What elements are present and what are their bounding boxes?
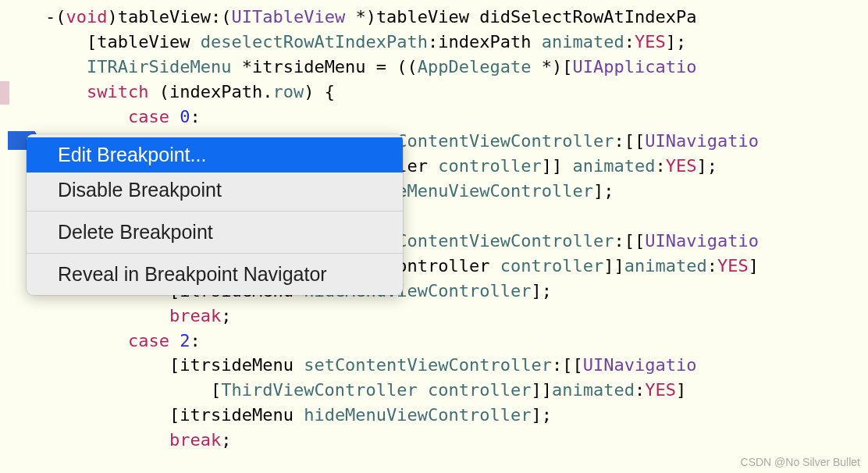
code-line: ITRAirSideMenu *itrsideMenu = ((AppDeleg… xyxy=(45,57,696,76)
code-line: break; xyxy=(45,430,231,450)
menu-reveal-breakpoint[interactable]: Reveal in Breakpoint Navigator xyxy=(27,257,403,292)
code-line: [ThirdViewController controller]]animate… xyxy=(45,380,686,400)
code-line: break; xyxy=(45,306,231,325)
menu-disable-breakpoint[interactable]: Disable Breakpoint xyxy=(27,172,403,208)
menu-separator xyxy=(27,253,403,254)
code-line: case 2: xyxy=(45,331,201,350)
menu-separator xyxy=(27,211,403,212)
code-line: case 0: xyxy=(45,107,201,126)
menu-delete-breakpoint[interactable]: Delete Breakpoint xyxy=(27,215,403,250)
code-line: -(void)tableView:(UITableView *)tableVie… xyxy=(45,7,696,27)
code-line: [itrsideMenu setContentViewController:[[… xyxy=(45,355,696,375)
code-line: [tableView deselectRowAtIndexPath:indexP… xyxy=(45,32,686,52)
code-line: [itrsideMenu hideMenuViewController]; xyxy=(45,405,552,425)
watermark: CSDN @No Silver Bullet xyxy=(741,456,860,468)
menu-edit-breakpoint[interactable]: Edit Breakpoint... xyxy=(27,137,403,172)
code-line: switch (indexPath.row) { xyxy=(45,82,335,101)
breakpoint-context-menu: Edit Breakpoint... Disable Breakpoint De… xyxy=(27,134,403,295)
